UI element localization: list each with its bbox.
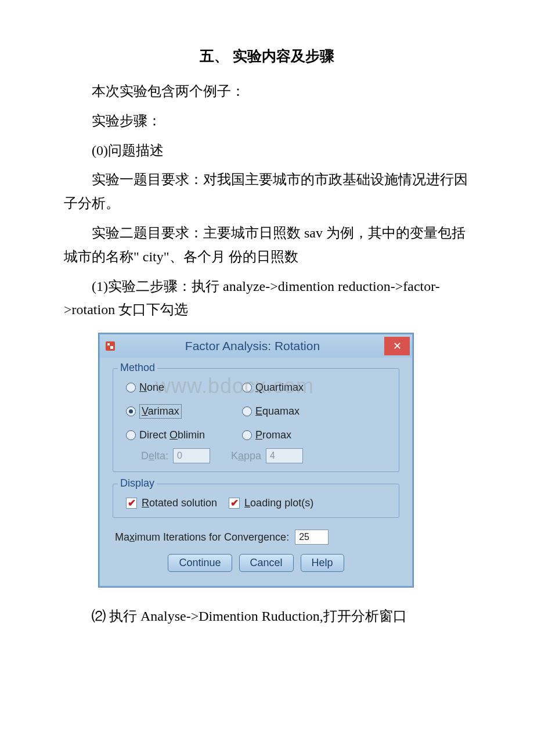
radio-quartimax[interactable]: Quartimax (242, 381, 358, 394)
display-legend: Display (118, 477, 157, 489)
paragraph: 本次实验包含两个例子： (64, 80, 470, 103)
check-icon: ✔ (230, 498, 239, 508)
radio-label: None (139, 381, 164, 394)
radio-equamax[interactable]: Equamax (242, 404, 358, 419)
radio-label: Equamax (255, 405, 300, 417)
rotation-dialog: Factor Analysis: Rotation ✕ www.bdocx.co… (99, 333, 413, 587)
section-title: 五、 实验内容及步骤 (64, 46, 470, 66)
checkbox-loading[interactable]: ✔ (229, 498, 240, 509)
radio-icon (242, 430, 252, 440)
cancel-button[interactable]: Cancel (239, 554, 294, 572)
delta-label: Delta: (141, 450, 168, 462)
svg-rect-1 (107, 343, 110, 345)
checkbox-label: Loading plot(s) (244, 497, 313, 509)
paragraph: 实验步骤： (64, 109, 470, 133)
radio-direct-oblimin[interactable]: Direct Oblimin (126, 429, 242, 441)
radio-icon (242, 383, 252, 393)
radio-label: Quartimax (255, 381, 304, 394)
radio-icon (242, 406, 252, 416)
dialog-title: Factor Analysis: Rotation (121, 339, 384, 353)
checkbox-label: Rotated solution (142, 497, 217, 509)
kappa-input[interactable]: 4 (266, 448, 303, 463)
radio-label: Promax (255, 429, 291, 441)
maxiter-input[interactable]: 25 (295, 530, 329, 545)
radio-icon (126, 430, 136, 440)
close-button[interactable]: ✕ (384, 337, 410, 355)
checkbox-rotated[interactable]: ✔ (126, 498, 137, 509)
radio-icon (126, 383, 136, 393)
paragraph: 实验二题目要求：主要城市日照数 sav 为例，其中的变量包括城市的名称" cit… (64, 221, 470, 269)
paragraph: ⑵ 执行 Analyse->Dimention Ruduction,打开分析窗口 (64, 604, 470, 628)
close-icon: ✕ (393, 340, 402, 352)
maxiter-label: Maximum Iterations for Convergence: (115, 531, 289, 543)
continue-button[interactable]: Continue (168, 554, 232, 572)
kappa-label: Kappa (231, 450, 261, 462)
svg-rect-2 (110, 346, 113, 349)
radio-label: Direct Oblimin (139, 429, 205, 441)
method-fieldset: Method None Quartimax Varimax (113, 368, 399, 472)
radio-promax[interactable]: Promax (242, 429, 358, 441)
display-fieldset: Display ✔ Rotated solution ✔ Loading plo… (113, 484, 399, 518)
radio-label: Varimax (139, 404, 182, 419)
help-button[interactable]: Help (301, 554, 344, 572)
radio-icon (126, 406, 136, 416)
dialog-titlebar: Factor Analysis: Rotation ✕ (100, 334, 412, 358)
paragraph: (1)实验二步骤：执行 analyze->dimention reduction… (64, 275, 470, 322)
paragraph: (0)问题描述 (64, 139, 470, 163)
check-icon: ✔ (128, 498, 136, 508)
radio-varimax[interactable]: Varimax (126, 404, 242, 419)
method-legend: Method (118, 362, 157, 374)
paragraph: 实验一题目要求：对我国主要城市的市政基础设施情况进行因子分析。 (64, 168, 470, 215)
radio-none[interactable]: None (126, 381, 242, 394)
delta-input[interactable]: 0 (173, 448, 210, 463)
app-icon (100, 340, 121, 352)
